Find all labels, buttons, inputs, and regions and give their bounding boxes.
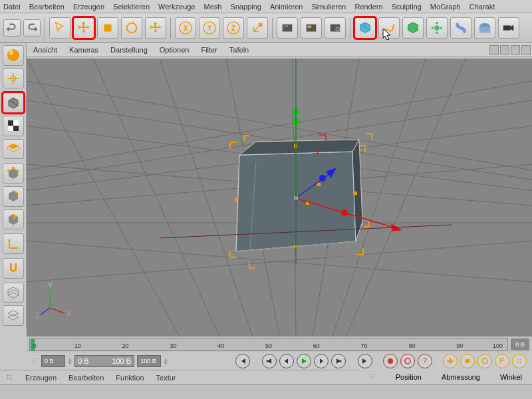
grid2d-icon[interactable] bbox=[3, 305, 24, 326]
edge-mode-button[interactable] bbox=[3, 186, 24, 207]
menu-charakter[interactable]: Charakt bbox=[469, 3, 495, 11]
point-mode-button[interactable] bbox=[3, 163, 24, 184]
camera-button[interactable] bbox=[498, 17, 519, 39]
dock-grip-icon[interactable] bbox=[32, 358, 39, 364]
playback-controls: 0 B ‡ 0 B100 B 100 B ‡ ? P bbox=[27, 352, 532, 370]
prev-key-button[interactable] bbox=[262, 354, 277, 368]
workplane-button[interactable] bbox=[3, 139, 24, 160]
coord-system-button[interactable] bbox=[247, 17, 268, 39]
render-settings-button[interactable] bbox=[325, 17, 346, 39]
menu-mograph[interactable]: MoGraph bbox=[430, 3, 461, 11]
autokey-button[interactable] bbox=[400, 354, 415, 368]
attr-funktion[interactable]: Funktion bbox=[116, 374, 144, 382]
render-region-button[interactable] bbox=[301, 17, 322, 39]
viewport-layout-buttons bbox=[489, 45, 531, 55]
svg-rect-29 bbox=[13, 126, 19, 131]
prev-frame-button[interactable] bbox=[279, 354, 294, 368]
menu-sculpting[interactable]: Sculpting bbox=[392, 3, 422, 11]
attr-bearbeiten[interactable]: Bearbeiten bbox=[68, 374, 104, 382]
submenu-filter[interactable]: Filter bbox=[201, 46, 217, 54]
menu-werkzeuge[interactable]: Werkzeuge bbox=[158, 3, 195, 11]
menu-bearbeiten[interactable]: Bearbeiten bbox=[29, 3, 65, 11]
menu-datei[interactable]: Datei bbox=[3, 3, 21, 11]
submenu-tafeln[interactable]: Tafeln bbox=[229, 46, 249, 54]
keyframe-options-button[interactable]: ? bbox=[418, 354, 432, 368]
viewport-nav-icon[interactable] bbox=[521, 45, 531, 55]
end-frame-field[interactable]: 100 B bbox=[137, 355, 161, 367]
dock-grip-icon[interactable] bbox=[7, 374, 13, 381]
texture-mode-button[interactable] bbox=[3, 116, 24, 136]
timeline-end-label: 0 B bbox=[511, 338, 529, 350]
magnet-button[interactable] bbox=[3, 258, 24, 279]
svg-point-81 bbox=[267, 360, 269, 362]
deformer-button[interactable] bbox=[450, 17, 471, 39]
menu-simulieren[interactable]: Simulieren bbox=[311, 3, 346, 11]
submenu-darstellung[interactable]: Darstellung bbox=[110, 46, 148, 54]
menu-snapping[interactable]: Snapping bbox=[230, 3, 261, 11]
menu-animieren[interactable]: Animieren bbox=[270, 3, 303, 11]
key-pos-button[interactable] bbox=[443, 354, 458, 368]
viewport-nav-icon[interactable] bbox=[489, 45, 499, 55]
svg-text:Y: Y bbox=[207, 24, 212, 31]
select-tool[interactable] bbox=[49, 17, 70, 39]
model-mode-button[interactable] bbox=[3, 92, 24, 113]
submenu-optionen[interactable]: Optionen bbox=[160, 46, 190, 54]
cube-object[interactable] bbox=[230, 134, 372, 268]
axis-tool-button[interactable] bbox=[3, 233, 24, 254]
svg-rect-13 bbox=[308, 25, 312, 28]
play-button[interactable] bbox=[297, 354, 311, 368]
attr-erzeugen[interactable]: Erzeugen bbox=[25, 374, 57, 382]
material-ball-icon[interactable] bbox=[3, 45, 24, 66]
key-scale-button[interactable] bbox=[460, 354, 475, 368]
generator-button[interactable] bbox=[426, 17, 448, 39]
polygon-mode-button[interactable] bbox=[3, 209, 24, 230]
key-rot-button[interactable] bbox=[477, 354, 492, 368]
render-button[interactable] bbox=[277, 17, 298, 39]
viewport-3d[interactable]: Y X Z bbox=[27, 59, 532, 336]
locator-icon[interactable] bbox=[3, 68, 24, 89]
next-frame-button[interactable] bbox=[314, 354, 329, 368]
to-start-button[interactable] bbox=[235, 354, 250, 368]
menu-mesh[interactable]: Mesh bbox=[203, 3, 221, 11]
environment-button[interactable] bbox=[474, 17, 495, 39]
axis-y-button[interactable]: Y bbox=[199, 17, 220, 39]
primitive-cube-button[interactable] bbox=[354, 17, 376, 39]
nurbs-button[interactable] bbox=[402, 17, 424, 39]
timeline-ruler[interactable]: 0 10 20 30 40 50 60 70 80 90 100 bbox=[29, 338, 508, 351]
key-param-button[interactable]: P bbox=[495, 354, 509, 368]
record-button[interactable] bbox=[383, 354, 398, 368]
viewport-nav-icon[interactable] bbox=[500, 45, 509, 55]
svg-line-50 bbox=[346, 59, 466, 336]
freeform-tool[interactable] bbox=[145, 17, 166, 39]
dock-grip-icon[interactable] bbox=[369, 374, 376, 380]
grid3d-icon[interactable] bbox=[3, 283, 24, 303]
spline-button[interactable] bbox=[378, 17, 400, 39]
range-slider[interactable]: 0 B100 B bbox=[74, 355, 134, 367]
menu-selektieren[interactable]: Selektieren bbox=[113, 3, 150, 11]
to-end-button[interactable] bbox=[358, 354, 372, 368]
svg-rect-27 bbox=[13, 120, 19, 126]
move-tool[interactable] bbox=[73, 17, 94, 39]
submenu-kameras[interactable]: Kameras bbox=[69, 46, 98, 54]
svg-text:Z: Z bbox=[231, 24, 235, 31]
start-frame-field[interactable]: 0 B bbox=[41, 355, 65, 367]
viewport-nav-icon[interactable] bbox=[511, 45, 520, 55]
next-key-button[interactable] bbox=[331, 354, 346, 368]
timeline-bar: 0 10 20 30 40 50 60 70 80 90 100 0 B bbox=[27, 336, 532, 352]
axis-z-button[interactable]: Z bbox=[223, 17, 244, 39]
scale-tool[interactable] bbox=[97, 17, 118, 39]
axis-x-button[interactable]: X bbox=[175, 17, 196, 39]
redo-button[interactable] bbox=[23, 19, 41, 37]
property-bar bbox=[0, 384, 532, 399]
svg-point-89 bbox=[517, 359, 519, 360]
rotate-tool[interactable] bbox=[121, 17, 142, 39]
submenu-ansicht[interactable]: Ansicht bbox=[33, 46, 57, 54]
svg-point-90 bbox=[520, 359, 521, 360]
svg-point-82 bbox=[340, 360, 342, 362]
key-pla-button[interactable] bbox=[512, 354, 527, 368]
dock-grip-icon[interactable] bbox=[28, 45, 35, 52]
undo-button[interactable] bbox=[3, 19, 21, 37]
attr-textur[interactable]: Textur bbox=[156, 374, 176, 382]
menu-rendern[interactable]: Rendern bbox=[354, 3, 382, 11]
menu-erzeugen[interactable]: Erzeugen bbox=[73, 3, 104, 11]
